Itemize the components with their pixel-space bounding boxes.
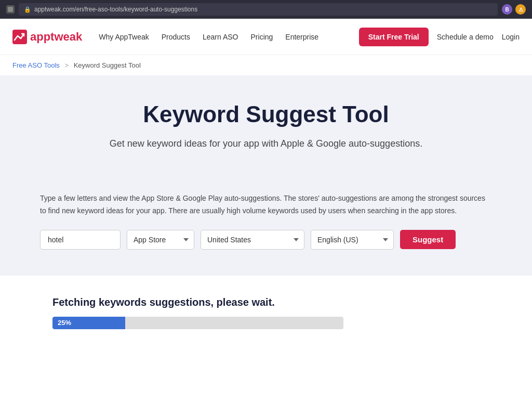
nav-pricing[interactable]: Pricing (251, 33, 273, 41)
breadcrumb-separator: > (64, 61, 69, 69)
nav-links: Why AppTweak Products Learn ASO Pricing … (99, 33, 342, 41)
hero-subtitle: Get new keyword ideas for your app with … (89, 137, 443, 151)
lock-icon: 🔒 (24, 6, 31, 13)
ext-badge-1: B (502, 4, 512, 15)
ext-badge-warning: ⚠ (515, 4, 526, 15)
nav-actions: Start Free Trial Schedule a demo Login (359, 28, 520, 46)
browser-tab-icon (6, 5, 15, 14)
logo[interactable]: apptweak (12, 30, 82, 44)
country-select[interactable]: United States United Kingdom France Germ… (201, 230, 304, 250)
nav-learn-aso[interactable]: Learn ASO (203, 33, 238, 41)
store-select[interactable]: App Store Google Play (127, 230, 194, 250)
login-button[interactable]: Login (502, 33, 520, 41)
address-bar[interactable]: 🔒 apptweak.com/en/free-aso-tools/keyword… (19, 3, 498, 16)
logo-text: apptweak (30, 30, 82, 44)
nav-enterprise[interactable]: Enterprise (285, 33, 318, 41)
progress-bar-fill: 25% (52, 317, 125, 329)
logo-icon (12, 30, 27, 44)
keyword-input[interactable] (40, 230, 121, 250)
suggest-button[interactable]: Suggest (400, 230, 456, 249)
progress-bar-container: 25% (52, 317, 343, 329)
browser-chrome: 🔒 apptweak.com/en/free-aso-tools/keyword… (0, 0, 532, 19)
browser-extensions: B ⚠ (502, 4, 526, 15)
fetching-title: Fetching keywords suggestions, please wa… (52, 296, 480, 308)
breadcrumb-current: Keyword Suggest Tool (74, 61, 141, 69)
address-text: apptweak.com/en/free-aso-tools/keyword-a… (34, 6, 197, 13)
nav-why-apptweak[interactable]: Why AppTweak (99, 33, 149, 41)
progress-label: 25% (58, 319, 71, 327)
search-section: Type a few letters and view the App Stor… (0, 192, 532, 276)
search-description: Type a few letters and view the App Stor… (40, 192, 492, 217)
nav-products[interactable]: Products (162, 33, 190, 41)
breadcrumb: Free ASO Tools > Keyword Suggest Tool (0, 55, 532, 75)
results-section: Fetching keywords suggestions, please wa… (40, 276, 492, 350)
schedule-demo-button[interactable]: Schedule a demo (437, 33, 494, 41)
hero-title: Keyword Suggest Tool (12, 101, 520, 127)
hero-section: Keyword Suggest Tool Get new keyword ide… (0, 75, 532, 192)
navbar: apptweak Why AppTweak Products Learn ASO… (0, 19, 532, 55)
language-select[interactable]: English (US) English (UK) French German (311, 230, 394, 250)
start-trial-button[interactable]: Start Free Trial (359, 28, 429, 46)
search-controls: App Store Google Play United States Unit… (40, 230, 492, 250)
breadcrumb-parent-link[interactable]: Free ASO Tools (12, 61, 60, 69)
svg-rect-0 (8, 7, 13, 12)
